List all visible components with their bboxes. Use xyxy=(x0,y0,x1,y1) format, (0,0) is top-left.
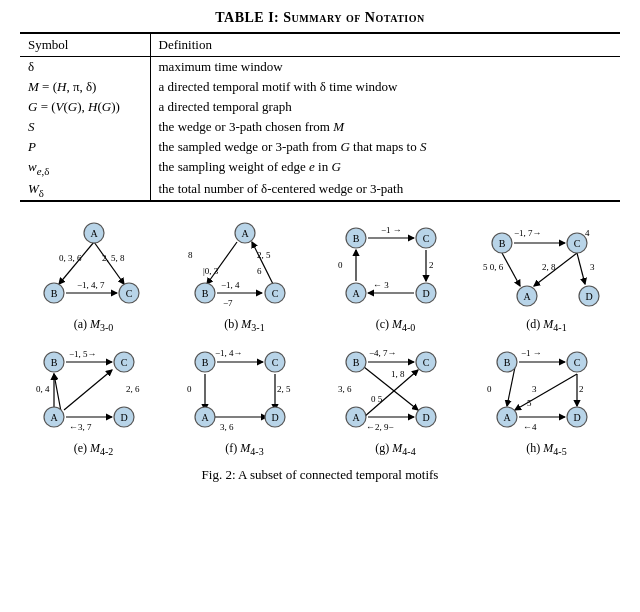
svg-line-112 xyxy=(507,367,515,406)
svg-text:C: C xyxy=(271,288,278,299)
definition-cell: the sampled wedge or 3-path from G that … xyxy=(150,137,620,157)
figure-a-label: (a) M3-0 xyxy=(74,317,114,333)
svg-text:−1 →: −1 → xyxy=(521,348,542,358)
col-definition-header: Definition xyxy=(150,33,620,57)
symbol-cell: δ xyxy=(20,57,150,78)
svg-text:1, 8: 1, 8 xyxy=(391,369,405,379)
table-row: P the sampled wedge or 3-path from G tha… xyxy=(20,137,620,157)
svg-text:A: A xyxy=(241,228,249,239)
svg-text:C: C xyxy=(125,288,132,299)
svg-text:A: A xyxy=(201,411,209,422)
svg-text:6: 6 xyxy=(257,266,262,276)
symbol-cell: P xyxy=(20,137,150,157)
definition-cell: maximum time window xyxy=(150,57,620,78)
symbol-cell: G = (V(G), H(G)) xyxy=(20,97,150,117)
svg-text:5: 5 xyxy=(527,398,532,408)
svg-text:−1, 4, 7: −1, 4, 7 xyxy=(77,280,105,290)
table-row: M = (H, π, δ) a directed temporal motif … xyxy=(20,77,620,97)
svg-text:B: B xyxy=(352,233,359,244)
svg-text:A: A xyxy=(352,288,360,299)
definition-cell: the wedge or 3-path chosen from M xyxy=(150,117,620,137)
figure-f: B C A D −1, 4→ 2, 5 0 3, 6 (f) M4-3 xyxy=(171,342,318,457)
svg-text:2: 2 xyxy=(579,384,584,394)
svg-text:0: 0 xyxy=(187,384,192,394)
svg-text:−1, 4: −1, 4 xyxy=(221,280,240,290)
svg-text:D: D xyxy=(573,411,580,422)
svg-line-46 xyxy=(502,253,520,286)
svg-text:A: A xyxy=(90,228,98,239)
figure-h: B C A D −1 → 2 3 ←4 0 5 (h) M4-5 xyxy=(473,342,620,457)
symbol-cell: we,δ xyxy=(20,157,150,179)
svg-text:−1, 5→: −1, 5→ xyxy=(69,349,97,359)
svg-text:←3, 7: ←3, 7 xyxy=(69,422,92,432)
svg-text:0: 0 xyxy=(338,260,343,270)
svg-text:|0, 3: |0, 3 xyxy=(203,266,219,276)
figure-a: A B C 0, 3, 6 2, 5, 8 −1, 4, 7 (a) M3-0 xyxy=(20,218,167,333)
svg-text:0: 0 xyxy=(487,384,492,394)
svg-text:← 3: ← 3 xyxy=(373,280,389,290)
svg-text:−4, 7→: −4, 7→ xyxy=(369,348,397,358)
svg-line-12 xyxy=(207,242,237,284)
table-row: we,δ the sampling weight of edge e in G xyxy=(20,157,620,179)
symbol-cell: Wδ xyxy=(20,179,150,202)
definition-cell: a directed temporal graph xyxy=(150,97,620,117)
svg-text:B: B xyxy=(503,356,510,367)
figure-e-label: (e) M4-2 xyxy=(74,441,114,457)
figure-c-label: (c) M4-0 xyxy=(376,317,416,333)
svg-text:0, 4: 0, 4 xyxy=(36,384,50,394)
svg-text:3, 6: 3, 6 xyxy=(220,422,234,432)
svg-text:←4: ←4 xyxy=(523,422,537,432)
svg-text:3: 3 xyxy=(590,262,595,272)
table-row: S the wedge or 3-path chosen from M xyxy=(20,117,620,137)
svg-text:D: D xyxy=(120,411,127,422)
svg-line-0 xyxy=(59,242,94,284)
figure-f-label: (f) M4-3 xyxy=(225,441,263,457)
svg-text:0, 3, 6: 0, 3, 6 xyxy=(59,253,82,263)
figure-d: B C A D 4 −1, 7→ 2, 8 3 5 0, 6 (d) M4-1 xyxy=(473,218,620,333)
svg-text:B: B xyxy=(201,356,208,367)
svg-text:2, 6: 2, 6 xyxy=(126,384,140,394)
col-symbol-header: Symbol xyxy=(20,33,150,57)
svg-text:2, 5: 2, 5 xyxy=(277,384,291,394)
table-row: G = (V(G), H(G)) a directed temporal gra… xyxy=(20,97,620,117)
svg-text:0  5: 0 5 xyxy=(371,394,383,404)
svg-text:B: B xyxy=(201,288,208,299)
svg-text:D: D xyxy=(271,411,278,422)
svg-text:3: 3 xyxy=(532,384,537,394)
figure-c: B C A D −1 → 2 ← 3 0 (c) M4-0 xyxy=(322,218,469,333)
svg-text:C: C xyxy=(120,356,127,367)
svg-text:B: B xyxy=(50,288,57,299)
svg-text:2, 5, 8: 2, 5, 8 xyxy=(102,253,125,263)
svg-text:−1, 7→: −1, 7→ xyxy=(514,228,542,238)
svg-line-111 xyxy=(515,374,577,410)
svg-text:2: 2 xyxy=(429,260,434,270)
svg-text:−1, 4→: −1, 4→ xyxy=(215,348,243,358)
svg-text:2, 8: 2, 8 xyxy=(542,262,556,272)
svg-text:4: 4 xyxy=(585,228,590,238)
svg-text:D: D xyxy=(585,291,592,302)
svg-text:C: C xyxy=(573,356,580,367)
svg-text:C: C xyxy=(422,233,429,244)
table-title: TABLE I: Summary of Notation xyxy=(20,10,620,26)
figure-d-label: (d) M4-1 xyxy=(526,317,566,333)
symbol-cell: M = (H, π, δ) xyxy=(20,77,150,97)
figure-g: B C A D −4, 7→ 1, 8 0 5 ←2, 9− 3, 6 (g) … xyxy=(322,342,469,457)
svg-text:A: A xyxy=(503,411,511,422)
svg-text:−7: −7 xyxy=(223,298,233,308)
svg-line-13 xyxy=(252,242,273,284)
svg-text:D: D xyxy=(422,411,429,422)
figure-b: A B C 8 |0, 3 2, 5 6 −7 −1, 4 (b) M3-1 xyxy=(171,218,318,333)
svg-text:2, 5: 2, 5 xyxy=(257,250,271,260)
svg-text:C: C xyxy=(573,238,580,249)
svg-text:D: D xyxy=(422,288,429,299)
definition-cell: the sampling weight of edge e in G xyxy=(150,157,620,179)
table-row: δ maximum time window xyxy=(20,57,620,78)
figure-b-label: (b) M3-1 xyxy=(224,317,264,333)
notation-table: Symbol Definition δ maximum time window … xyxy=(20,32,620,202)
figure-h-label: (h) M4-5 xyxy=(526,441,566,457)
definition-cell: the total number of δ-centered wedge or … xyxy=(150,179,620,202)
svg-text:3, 6: 3, 6 xyxy=(338,384,352,394)
figure-caption: Fig. 2: A subset of connected temporal m… xyxy=(20,467,620,483)
svg-text:B: B xyxy=(352,356,359,367)
svg-text:B: B xyxy=(50,356,57,367)
